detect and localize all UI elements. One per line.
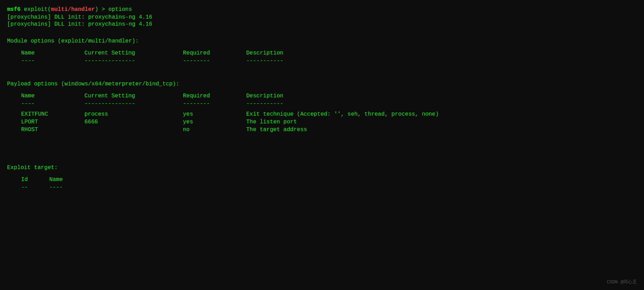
module-col-desc-header: Description bbox=[246, 50, 637, 56]
payload-table-underline: ---- --------------- -------- ----------… bbox=[21, 101, 637, 107]
prompt-space1 bbox=[20, 6, 24, 13]
exploit-target-header: Exploit target: bbox=[7, 165, 637, 171]
exploit-target-section: Exploit target: Id Name -- ---- bbox=[7, 165, 637, 191]
exploit-module: multi/handler bbox=[51, 6, 95, 13]
module-table-underline: ---- --------------- -------- ----------… bbox=[21, 58, 637, 64]
payload-row-2-name: RHOST bbox=[21, 127, 84, 133]
target-col-name-header: Name bbox=[49, 176, 113, 183]
payload-table-header: Name Current Setting Required Descriptio… bbox=[21, 93, 637, 99]
module-col-required-header: Required bbox=[183, 50, 246, 56]
payload-row-1-required: yes bbox=[183, 119, 246, 125]
payload-col-name-header: Name bbox=[21, 93, 84, 99]
payload-underline-name: ---- bbox=[21, 101, 84, 107]
payload-row-1-current: 6666 bbox=[84, 119, 183, 125]
module-col-name-header: Name bbox=[21, 50, 84, 56]
target-table: Id Name -- ---- bbox=[21, 176, 637, 191]
prompt-line: msf6 exploit( multi/handler ) > options bbox=[7, 6, 637, 13]
payload-underline-required: -------- bbox=[183, 101, 246, 107]
prompt-command: > options bbox=[102, 6, 132, 13]
payload-underline-current: --------------- bbox=[84, 101, 183, 107]
payload-col-required-header: Required bbox=[183, 93, 246, 99]
payload-options-table: Name Current Setting Required Descriptio… bbox=[21, 93, 637, 133]
payload-section-header: Payload options (windows/x64/meterpreter… bbox=[7, 81, 637, 87]
module-underline-desc: ----------- bbox=[246, 58, 637, 64]
target-table-underline: -- ---- bbox=[21, 184, 637, 191]
payload-underline-desc: ----------- bbox=[246, 101, 637, 107]
target-table-header: Id Name bbox=[21, 176, 637, 183]
table-row: EXITFUNC process yes Exit technique (Acc… bbox=[21, 111, 637, 117]
module-options-table: Name Current Setting Required Descriptio… bbox=[21, 50, 637, 64]
msf-label: msf6 bbox=[7, 6, 20, 13]
payload-row-0-current: process bbox=[84, 111, 183, 117]
target-underline-name: ---- bbox=[49, 184, 113, 191]
module-col-current-header: Current Setting bbox=[84, 50, 183, 56]
payload-col-current-header: Current Setting bbox=[84, 93, 183, 99]
payload-row-0-desc: Exit technique (Accepted: '', seh, threa… bbox=[246, 111, 637, 117]
module-table-header: Name Current Setting Required Descriptio… bbox=[21, 50, 637, 56]
prompt-exploit-suffix: ) bbox=[95, 6, 102, 13]
module-underline-name: ---- bbox=[21, 58, 84, 64]
payload-row-2-required: no bbox=[183, 127, 246, 133]
target-col-id-header: Id bbox=[21, 176, 49, 183]
module-section-header: Module options (exploit/multi/handler): bbox=[7, 38, 637, 44]
proxy-line-2: [proxychains] DLL init: proxychains-ng 4… bbox=[7, 21, 637, 27]
payload-row-1-name: LPORT bbox=[21, 119, 84, 125]
module-underline-required: -------- bbox=[183, 58, 246, 64]
module-underline-current: --------------- bbox=[84, 58, 183, 64]
target-underline-id: -- bbox=[21, 184, 49, 191]
watermark: CSDN @同心乏 bbox=[607, 279, 637, 285]
payload-row-0-required: yes bbox=[183, 111, 246, 117]
proxy-line-1: [proxychains] DLL init: proxychains-ng 4… bbox=[7, 14, 637, 20]
prompt-exploit-prefix: exploit( bbox=[24, 6, 51, 13]
payload-row-2-desc: The target address bbox=[246, 127, 637, 133]
payload-row-1-desc: The listen port bbox=[246, 119, 637, 125]
terminal: msf6 exploit( multi/handler ) > options … bbox=[0, 0, 644, 290]
payload-row-2-current bbox=[84, 127, 183, 133]
table-row: LPORT 6666 yes The listen port bbox=[21, 119, 637, 125]
payload-row-0-name: EXITFUNC bbox=[21, 111, 84, 117]
table-row: RHOST no The target address bbox=[21, 127, 637, 133]
payload-col-desc-header: Description bbox=[246, 93, 637, 99]
